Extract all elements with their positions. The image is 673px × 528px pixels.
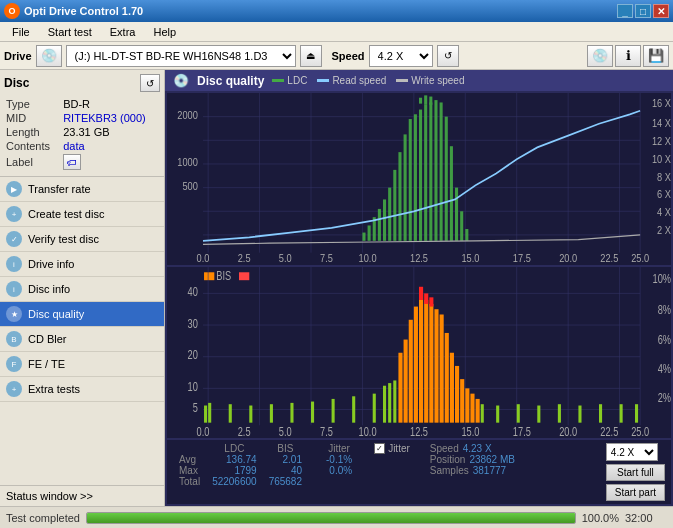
jitter-check-col: ✓ Jitter xyxy=(374,443,410,454)
svg-text:10.0: 10.0 xyxy=(359,253,377,265)
max-jitter: 0.0% xyxy=(320,465,358,476)
svg-rect-48 xyxy=(409,119,412,241)
svg-rect-128 xyxy=(445,332,449,422)
minimize-button[interactable]: _ xyxy=(617,4,633,18)
speed-select-action[interactable]: 4.2 X xyxy=(606,443,658,461)
maximize-button[interactable]: □ xyxy=(635,4,651,18)
menu-extra[interactable]: Extra xyxy=(102,24,144,40)
disc-refresh-button[interactable]: ↺ xyxy=(140,74,160,92)
svg-rect-45 xyxy=(393,170,396,241)
svg-rect-47 xyxy=(404,134,407,240)
sidebar-item-cd-bler[interactable]: B CD Bler xyxy=(0,327,164,352)
title-bar: O Opti Drive Control 1.70 _ □ ✕ xyxy=(0,0,673,22)
svg-text:BIS: BIS xyxy=(216,269,231,282)
svg-rect-62 xyxy=(429,97,432,105)
svg-rect-110 xyxy=(332,398,335,422)
sidebar-item-verify-test-disc[interactable]: ✓ Verify test disc xyxy=(0,227,164,252)
label-icon-btn[interactable]: 🏷 xyxy=(63,154,81,170)
svg-rect-118 xyxy=(409,319,413,422)
ldc-legend-label: LDC xyxy=(287,75,307,86)
status-window-button[interactable]: Status window >> xyxy=(0,486,164,506)
col-bis: BIS xyxy=(263,443,308,454)
read-speed-legend-dot xyxy=(317,79,329,82)
drive-type-icon: 💿 xyxy=(36,45,62,67)
jitter-checkbox[interactable]: ✓ xyxy=(374,443,385,454)
svg-rect-60 xyxy=(419,98,422,104)
svg-text:2 X: 2 X xyxy=(657,224,671,236)
svg-text:0.0: 0.0 xyxy=(197,253,210,265)
charts-container: 2000 1000 500 0.0 2.5 5.0 7.5 10.0 12.5 … xyxy=(165,91,673,506)
close-button[interactable]: ✕ xyxy=(653,4,669,18)
sidebar-item-fe-te[interactable]: F FE / TE xyxy=(0,352,164,377)
save-icon-btn[interactable]: 💾 xyxy=(643,45,669,67)
svg-rect-139 xyxy=(558,404,561,422)
transfer-rate-label: Transfer rate xyxy=(28,183,91,195)
disc-quality-label: Disc quality xyxy=(28,308,84,320)
svg-rect-132 xyxy=(465,388,469,422)
cd-bler-label: CD Bler xyxy=(28,333,67,345)
label-label: Label xyxy=(6,154,61,170)
sidebar-item-extra-tests[interactable]: + Extra tests xyxy=(0,377,164,402)
length-label: Length xyxy=(6,126,61,138)
info-icon-btn[interactable]: ℹ xyxy=(615,45,641,67)
speed-select[interactable]: 4.2 X xyxy=(369,45,433,67)
svg-text:20.0: 20.0 xyxy=(559,424,577,437)
refresh-button[interactable]: ↺ xyxy=(437,45,459,67)
svg-rect-117 xyxy=(404,339,408,422)
start-full-button[interactable]: Start full xyxy=(606,464,665,481)
sidebar-item-disc-info[interactable]: i Disc info xyxy=(0,277,164,302)
svg-text:6%: 6% xyxy=(658,332,671,345)
menu-help[interactable]: Help xyxy=(145,24,184,40)
eject-button[interactable]: ⏏ xyxy=(300,45,322,67)
sidebar-item-disc-quality[interactable]: ★ Disc quality xyxy=(0,302,164,327)
sidebar-item-create-test-disc[interactable]: + Create test disc xyxy=(0,202,164,227)
total-ldc: 52206600 xyxy=(206,476,263,487)
drive-label: Drive xyxy=(4,50,32,62)
svg-text:15.0: 15.0 xyxy=(461,424,479,437)
progress-bar xyxy=(86,512,576,524)
svg-rect-104 xyxy=(208,402,211,422)
main-layout: Disc ↺ Type BD-R MID RITEKBR3 (000) Leng… xyxy=(0,70,673,506)
svg-rect-58 xyxy=(460,211,463,241)
svg-text:25.0: 25.0 xyxy=(631,424,649,437)
bottom-bar: Test completed 100.0% 32:00 xyxy=(0,506,673,528)
svg-text:5.0: 5.0 xyxy=(279,253,292,265)
ldc-legend-dot xyxy=(272,79,284,82)
sidebar-item-transfer-rate[interactable]: ▶ Transfer rate xyxy=(0,177,164,202)
chart-legend: LDC Read speed Write speed xyxy=(272,75,464,86)
svg-rect-135 xyxy=(481,404,484,422)
content-area: 💿 Disc quality LDC Read speed Write spee… xyxy=(165,70,673,506)
svg-rect-121 xyxy=(424,299,428,422)
time-display: 32:00 xyxy=(625,512,667,524)
bottom-chart: BIS xyxy=(167,267,671,439)
svg-rect-143 xyxy=(635,404,638,422)
drive-bar: Drive 💿 (J:) HL-DT-ST BD-RE WH16NS48 1.D… xyxy=(0,42,673,70)
samples-label: Samples xyxy=(430,465,469,476)
svg-rect-109 xyxy=(311,401,314,422)
svg-rect-44 xyxy=(388,188,391,241)
menu-starttest[interactable]: Start test xyxy=(40,24,100,40)
progress-bar-fill xyxy=(87,513,575,523)
svg-rect-140 xyxy=(578,405,581,422)
start-part-button[interactable]: Start part xyxy=(606,484,665,501)
svg-text:17.5: 17.5 xyxy=(513,424,531,437)
svg-rect-61 xyxy=(424,95,427,104)
cd-bler-icon: B xyxy=(6,331,22,347)
contents-label: Contents xyxy=(6,140,61,152)
drive-select[interactable]: (J:) HL-DT-ST BD-RE WH16NS48 1.D3 xyxy=(66,45,296,67)
mid-label: MID xyxy=(6,112,61,124)
speed-label: Speed xyxy=(332,50,365,62)
verify-test-disc-icon: ✓ xyxy=(6,231,22,247)
transfer-rate-icon: ▶ xyxy=(6,181,22,197)
svg-text:7.5: 7.5 xyxy=(320,253,333,265)
menu-file[interactable]: File xyxy=(4,24,38,40)
svg-rect-115 xyxy=(393,380,396,422)
sidebar-item-drive-info[interactable]: i Drive info xyxy=(0,252,164,277)
svg-rect-142 xyxy=(620,404,623,422)
verify-test-disc-label: Verify test disc xyxy=(28,233,99,245)
avg-label: Avg xyxy=(173,454,206,465)
disc-icon-btn[interactable]: 💿 xyxy=(587,45,613,67)
svg-rect-116 xyxy=(398,352,402,422)
svg-rect-133 xyxy=(470,393,474,422)
bottom-chart-svg: BIS xyxy=(167,267,671,439)
